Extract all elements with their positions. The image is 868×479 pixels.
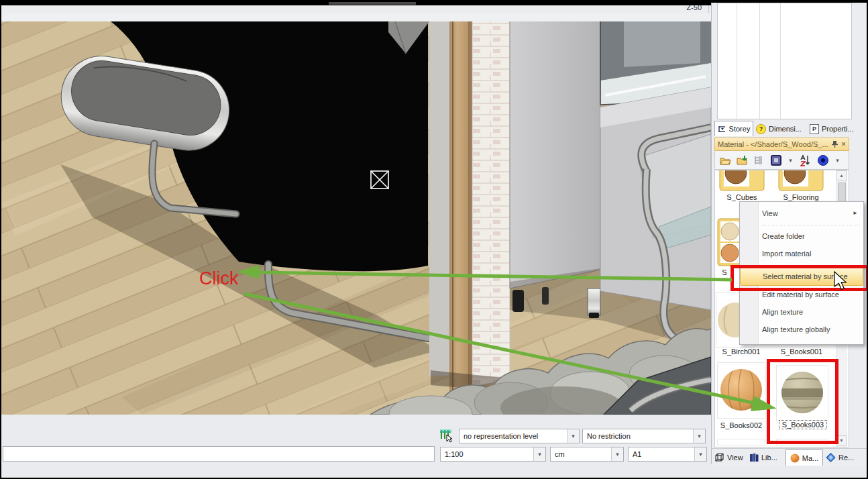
pin-icon[interactable] (831, 140, 838, 148)
material-label: S_Books002 (712, 421, 771, 429)
tab-library-label: Lib... (761, 454, 777, 462)
representation-level-value: no representation level (459, 432, 567, 440)
hierarchy-view-icon[interactable] (751, 153, 766, 168)
chevron-down-icon[interactable]: ▾ (694, 447, 706, 461)
menu-item-select-material-by-surface[interactable]: Select material by surface (740, 268, 863, 286)
chevron-down-icon[interactable]: ▾ (533, 447, 545, 461)
viewport-3d[interactable] (1, 1, 711, 415)
brick-column (472, 1, 510, 386)
storey-list[interactable] (717, 3, 852, 119)
tab-render-label: Re... (838, 454, 854, 462)
menu-item-edit-material-by-surface[interactable]: Edit material by surface (740, 286, 863, 303)
unit-value: cm (551, 450, 611, 458)
help-circle-icon: ? (756, 124, 766, 134)
context-menu: View ► Create folder Import material Sel… (739, 201, 864, 345)
close-icon[interactable]: × (841, 141, 846, 148)
tab-properties-label: Properti... (822, 125, 854, 133)
tab-material[interactable]: Ma... (785, 449, 823, 466)
chevron-down-icon[interactable]: ▾ (567, 429, 579, 443)
representation-level-icon[interactable] (437, 427, 455, 443)
wall-sliver (429, 1, 449, 376)
scroll-down-icon[interactable]: ▼ (836, 435, 847, 445)
menu-separator (740, 222, 863, 227)
render-sphere-icon[interactable] (815, 153, 831, 168)
cube-icon (714, 453, 724, 462)
card-view-mode-icon[interactable] (768, 153, 784, 168)
properties-page-icon: P (810, 124, 819, 134)
restriction-value: No restriction (583, 432, 693, 440)
tab-view-label: View (727, 454, 743, 462)
open-folder-icon[interactable] (718, 153, 733, 168)
tab-properties[interactable]: P Properti... (810, 122, 861, 136)
menu-item-align-texture[interactable]: Align texture (740, 303, 863, 321)
material-thumb-s-flooring[interactable] (777, 170, 824, 193)
cabinet-side-panel (510, 1, 600, 288)
menu-separator (740, 262, 863, 268)
chevron-down-icon[interactable]: ▾ (611, 447, 623, 461)
menu-item-align-texture-globally[interactable]: Align texture globally (740, 321, 863, 338)
page-format-value: A1 (629, 450, 694, 458)
tab-storey-label: Storey (729, 125, 751, 133)
click-annotation-label: Click (199, 268, 239, 289)
tab-material-label: Ma... (802, 454, 818, 462)
menu-item-import-material[interactable]: Import material (740, 245, 863, 262)
application-window: ▼ A no representation level ▾ No restric… (0, 0, 868, 479)
material-thumb-partial[interactable] (717, 439, 765, 445)
material-toolbar: ▾ ▾ (714, 151, 849, 170)
material-label: S_Flooring (772, 193, 830, 201)
material-thumb-s-books002[interactable] (717, 362, 765, 419)
page-format-select[interactable]: A1 ▾ (628, 447, 707, 462)
tab-dimensions-label: Dimensi... (769, 125, 802, 133)
import-material-folder-icon[interactable] (735, 153, 749, 168)
material-thumb-partial[interactable] (776, 439, 828, 445)
chevron-down-icon[interactable]: ▾ (833, 153, 842, 168)
tab-storey[interactable]: Storey (714, 121, 753, 136)
menu-item-create-folder[interactable]: Create folder (740, 227, 863, 245)
storey-icon (718, 125, 726, 134)
material-label-selected: S_Books003 (779, 420, 827, 429)
menu-item-view[interactable]: View ► (740, 205, 863, 222)
render-diamond-icon (826, 453, 836, 462)
tab-render[interactable]: Re... (826, 451, 854, 464)
material-label-partial: S (720, 268, 729, 276)
material-label: S_Books001 (772, 348, 831, 356)
material-label: S_Birch001 (712, 348, 771, 356)
restriction-select[interactable]: No restriction ▾ (582, 429, 706, 443)
scale-select[interactable]: 1:100 ▾ (440, 447, 546, 462)
representation-level-select[interactable]: no representation level ▾ (459, 429, 580, 443)
submenu-arrow-icon: ► (853, 205, 858, 222)
tab-dimensions[interactable]: ? Dimensi... (756, 122, 806, 136)
material-panel-title: Material - </Shader/S_Wood/S_... (718, 140, 831, 148)
material-panel-header: Material - </Shader/S_Wood/S_... × (714, 138, 849, 151)
material-thumb-s-books003[interactable] (776, 365, 828, 421)
chevron-down-icon[interactable]: ▾ (693, 429, 705, 443)
chevron-down-icon[interactable]: ▾ (786, 153, 795, 168)
books-icon (749, 453, 759, 462)
material-sphere-icon (790, 454, 800, 463)
material-thumb-s-cubes[interactable] (718, 170, 765, 193)
scroll-up-icon[interactable]: ▲ (836, 170, 847, 180)
tab-library[interactable]: Lib... (749, 451, 777, 464)
unit-select[interactable]: cm ▾ (550, 447, 624, 462)
material-label: S_Cubes (713, 193, 771, 201)
palette-tabs: View Lib... Ma... Re... (712, 448, 867, 466)
tab-view[interactable]: View (714, 451, 743, 464)
sort-az-icon[interactable] (797, 153, 813, 168)
scale-value: 1:100 (441, 450, 533, 458)
command-input[interactable] (3, 446, 435, 462)
